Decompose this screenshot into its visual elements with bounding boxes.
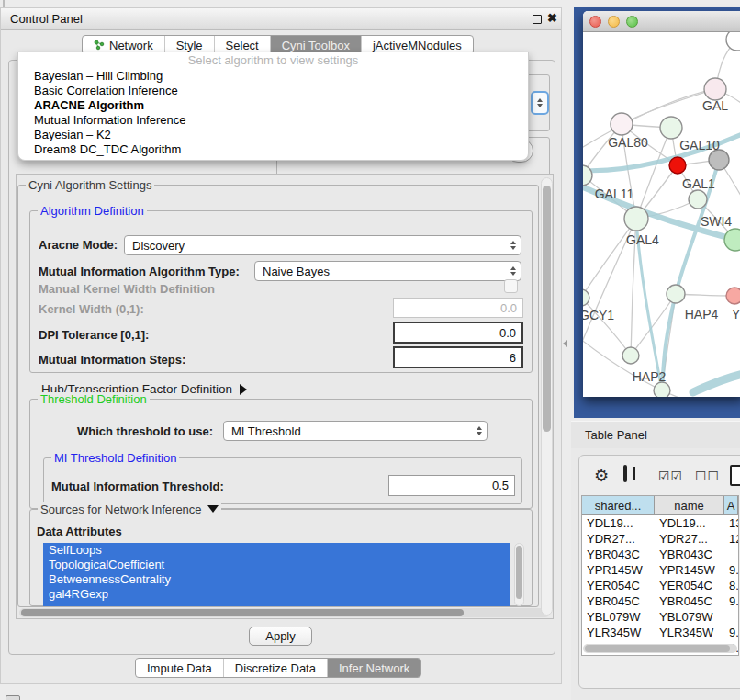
cell[interactable]: 9. xyxy=(724,625,738,640)
table-row[interactable]: YER054CYER054C8. xyxy=(582,578,738,593)
cell[interactable]: YDR27... xyxy=(582,531,655,547)
column-header-partial[interactable]: A xyxy=(724,496,738,514)
table-hscrollbar[interactable] xyxy=(583,644,737,653)
cell[interactable]: YBL079W xyxy=(655,609,724,625)
table-row[interactable]: YLR345WYLR345W9. xyxy=(582,625,738,640)
table-row[interactable]: YDL19...YDL19...13 xyxy=(582,515,738,531)
cell[interactable]: YPR145W xyxy=(582,562,655,578)
network-canvas[interactable]: GAL GAL80 GAL10 GAL1 GAL11 GAL4 SWI4 HAP… xyxy=(583,32,740,397)
node-red-selected[interactable] xyxy=(669,157,686,174)
attribute-item[interactable]: SelfLoops xyxy=(43,543,510,558)
table-hscrollbar-thumb[interactable] xyxy=(585,645,730,652)
attribute-item[interactable]: BetweennessCentrality xyxy=(43,572,510,587)
cell[interactable]: 9. xyxy=(724,562,738,578)
document-icon[interactable] xyxy=(730,465,740,486)
window-close-button[interactable] xyxy=(589,16,601,28)
settings-hscrollbar-thumb[interactable] xyxy=(21,609,464,616)
mi-threshold-field[interactable]: 0.5 xyxy=(388,475,515,496)
tab-impute-data[interactable]: Impute Data xyxy=(136,659,223,677)
node-hap2[interactable] xyxy=(622,347,639,364)
settings-vscrollbar[interactable] xyxy=(541,177,553,615)
mi-steps-field[interactable]: 6 xyxy=(393,346,523,368)
algorithm-option[interactable]: Basic Correlation Inference xyxy=(18,84,528,98)
node-gcy1[interactable] xyxy=(583,289,589,306)
algorithm-combo-spinner[interactable] xyxy=(531,91,549,115)
cell[interactable]: 8. xyxy=(724,578,738,593)
algorithm-option-selected[interactable]: ARACNE Algorithm xyxy=(18,98,528,113)
which-threshold-combo[interactable]: MI Threshold xyxy=(223,421,488,441)
cell[interactable]: 9. xyxy=(724,593,738,609)
table-row[interactable]: YBR045CYBR045C9. xyxy=(582,593,738,609)
node-pink[interactable] xyxy=(704,78,726,100)
cell[interactable]: YDL19... xyxy=(655,515,724,531)
attribute-item[interactable]: gal4RGexp xyxy=(43,587,510,602)
attributes-scrollbar-thumb[interactable] xyxy=(516,546,522,599)
manual-kernel-width-checkbox[interactable] xyxy=(504,279,518,293)
minimized-panel-icon[interactable] xyxy=(6,695,20,700)
cell[interactable]: YBR045C xyxy=(582,593,655,609)
node-gal1[interactable] xyxy=(689,190,707,209)
settings-vscrollbar-thumb[interactable] xyxy=(543,186,551,432)
cell[interactable]: YLR345W xyxy=(582,625,655,640)
attribute-item[interactable]: TopologicalCoefficient xyxy=(43,558,510,572)
cell[interactable]: YDL19... xyxy=(582,515,655,531)
float-window-icon[interactable] xyxy=(533,15,542,24)
window-minimize-button[interactable] xyxy=(608,16,620,28)
node-gray[interactable] xyxy=(709,150,729,170)
table-row[interactable]: YBR043CYBR043C xyxy=(582,547,738,562)
algorithm-option[interactable]: Bayesian – K2 xyxy=(18,128,528,142)
cell[interactable]: YER054C xyxy=(582,578,655,593)
table-row[interactable]: YBL079WYBL079W xyxy=(582,609,738,625)
tab-style[interactable]: Style xyxy=(164,36,214,54)
apply-button[interactable]: Apply xyxy=(249,627,312,646)
algorithm-option[interactable]: Bayesian – Hill Climbing xyxy=(18,69,528,84)
node-swi4[interactable] xyxy=(724,229,740,251)
settings-hscrollbar[interactable] xyxy=(19,608,550,617)
cell[interactable] xyxy=(724,609,738,625)
cell[interactable]: YBR045C xyxy=(655,593,724,609)
cell[interactable] xyxy=(724,547,738,562)
tab-network[interactable]: Network xyxy=(83,36,164,54)
checked-boxes-icon[interactable]: ☑☑ xyxy=(658,469,683,483)
node-gal10[interactable] xyxy=(660,117,682,139)
cell[interactable]: 13 xyxy=(724,515,738,531)
network-window-titlebar[interactable] xyxy=(583,11,740,32)
tab-cyni-toolbox[interactable]: Cyni Toolbox xyxy=(270,36,361,54)
dpi-tolerance-field[interactable]: 0.0 xyxy=(393,322,523,344)
column-header-name[interactable]: name xyxy=(655,496,724,514)
cell[interactable]: YDR27... xyxy=(655,531,724,547)
mi-algorithm-type-combo[interactable]: Naive Bayes xyxy=(254,261,521,281)
close-icon[interactable]: ✖ xyxy=(547,11,557,25)
unchecked-boxes-icon[interactable]: ☐☐ xyxy=(695,469,720,483)
cell[interactable]: YPR145W xyxy=(655,562,724,578)
cell[interactable]: YBR043C xyxy=(655,547,724,562)
node-salmon[interactable] xyxy=(726,288,740,304)
cell[interactable]: YLR345W xyxy=(655,625,724,640)
column-header-shared-name[interactable]: shared... xyxy=(582,496,655,514)
cell[interactable]: YER054C xyxy=(655,578,724,593)
tab-discretize-data[interactable]: Discretize Data xyxy=(223,659,327,677)
algorithm-option[interactable]: Dream8 DC_TDC Algorithm xyxy=(18,142,528,157)
sources-title[interactable]: Sources for Network Inference xyxy=(38,502,221,516)
columns-icon[interactable] xyxy=(623,465,627,482)
node-gal4[interactable] xyxy=(624,207,648,231)
table-row[interactable]: YDR27...YDR27...12 xyxy=(582,531,738,547)
cell[interactable]: YBR043C xyxy=(582,547,655,562)
node-bottom[interactable] xyxy=(654,382,670,397)
attributes-scrollbar[interactable] xyxy=(514,543,524,606)
aracne-mode-combo[interactable]: Discovery xyxy=(124,235,521,255)
cell[interactable]: YBL079W xyxy=(582,609,655,625)
table-row[interactable]: YPR145WYPR145W9. xyxy=(582,562,738,578)
splitter-collapse-icon[interactable] xyxy=(563,340,567,347)
cell[interactable]: 12 xyxy=(724,531,738,547)
window-zoom-button[interactable] xyxy=(626,16,638,28)
node-hap4[interactable] xyxy=(667,285,685,303)
node-gal80[interactable] xyxy=(611,113,633,135)
tab-select[interactable]: Select xyxy=(214,36,270,54)
tab-infer-network[interactable]: Infer Network xyxy=(327,659,420,677)
tab-jactivemnodules[interactable]: jActiveMNodules xyxy=(361,36,473,54)
algorithm-option[interactable]: Mutual Information Inference xyxy=(18,113,528,128)
gear-icon[interactable]: ⚙ xyxy=(594,468,609,484)
kernel-width-field[interactable]: 0.0 xyxy=(393,298,523,318)
node-unlabeled[interactable] xyxy=(726,32,740,51)
